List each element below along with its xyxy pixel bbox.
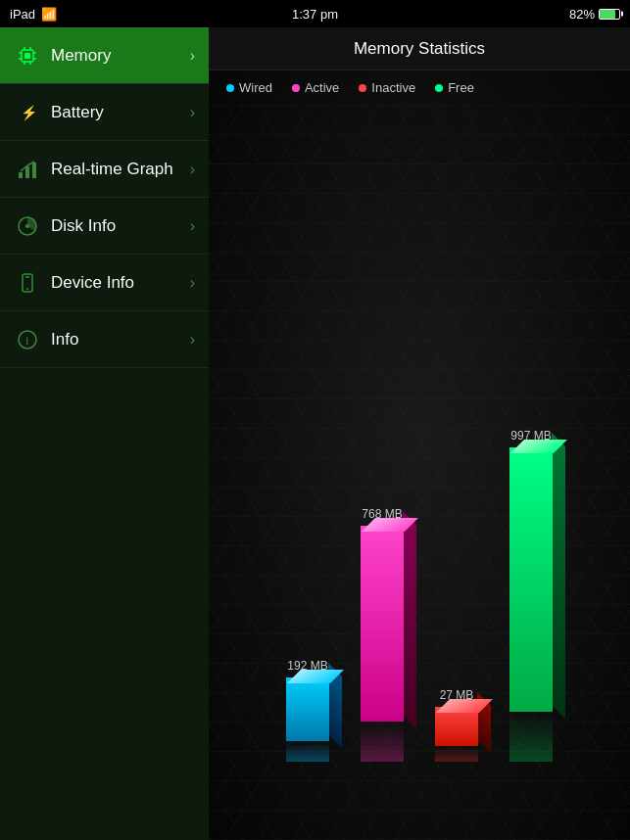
chip-icon: [14, 42, 41, 70]
app-layout: Memory › ⚡ Battery › Real-time Graph: [0, 27, 630, 840]
page-title: Memory Statistics: [354, 39, 485, 59]
chart-legend: Wired Active Inactive Free: [209, 70, 630, 105]
legend-inactive: Inactive: [359, 80, 415, 95]
legend-free: Free: [435, 80, 474, 95]
chevron-right-icon: ›: [190, 104, 195, 121]
battery-indicator: [599, 9, 620, 20]
svg-rect-11: [19, 172, 23, 178]
battery-fill: [600, 10, 615, 19]
wired-dot: [226, 84, 234, 92]
status-bar: iPad 📶 1:37 pm 82%: [0, 0, 630, 27]
free-dot: [435, 84, 443, 92]
chevron-right-icon: ›: [190, 217, 195, 235]
chevron-right-icon: ›: [190, 274, 195, 292]
svg-text:⚡: ⚡: [21, 105, 38, 121]
svg-rect-13: [32, 163, 36, 178]
sidebar-item-disk-info[interactable]: Disk Info ›: [0, 198, 209, 255]
battery-percent: 82%: [569, 7, 595, 22]
active-bar-group: 768 MB: [361, 507, 404, 762]
realtime-graph-label: Real-time Graph: [51, 160, 190, 179]
inactive-bar-group: 27 MB: [435, 688, 478, 762]
wired-bar-front: [286, 677, 329, 741]
chevron-right-icon: ›: [190, 47, 195, 65]
svg-rect-1: [24, 53, 30, 59]
sidebar-item-realtime-graph[interactable]: Real-time Graph ›: [0, 141, 209, 198]
device-icon: [14, 269, 41, 297]
active-bar-right: [403, 511, 416, 728]
free-bar-body: [509, 447, 553, 712]
active-bar-front: [361, 526, 404, 722]
svg-rect-12: [25, 166, 29, 178]
free-bar-right: [552, 433, 565, 719]
title-bar: Memory Statistics: [209, 27, 630, 70]
svg-point-18: [26, 288, 28, 290]
wired-bar-body: [286, 677, 329, 741]
inactive-dot: [359, 84, 366, 92]
chevron-right-icon: ›: [190, 161, 195, 178]
disk-icon: [14, 212, 41, 240]
free-bar-reflection: [509, 713, 553, 762]
bars-container: 192 MB 768 MB: [270, 429, 568, 762]
inactive-label: Inactive: [371, 80, 415, 95]
free-label: Free: [448, 80, 474, 95]
sidebar: Memory › ⚡ Battery › Real-time Graph: [0, 27, 209, 840]
active-bar-reflection: [361, 723, 404, 762]
inactive-bar-body: [435, 707, 478, 746]
memory-label: Memory: [51, 46, 190, 66]
disk-info-label: Disk Info: [51, 216, 190, 236]
wired-bar-reflection: [286, 742, 329, 762]
chart-area: 192 MB 768 MB: [209, 105, 630, 840]
svg-point-15: [25, 224, 29, 228]
device-name: iPad: [10, 7, 35, 22]
active-label: Active: [305, 80, 339, 95]
inactive-bar-reflection: [435, 747, 478, 762]
inactive-bar-front: [435, 707, 478, 746]
status-time: 1:37 pm: [292, 7, 338, 22]
info-label: Info: [51, 330, 190, 350]
svg-text:i: i: [25, 333, 29, 348]
graph-icon: [14, 156, 41, 183]
sidebar-item-memory[interactable]: Memory ›: [0, 27, 209, 84]
main-content: Memory Statistics Wired Active Inactive …: [209, 27, 630, 840]
legend-active: Active: [292, 80, 339, 95]
free-bar-front: [509, 447, 553, 712]
free-bar-group: 997 MB: [509, 429, 553, 762]
legend-wired: Wired: [226, 80, 272, 95]
active-bar-body: [361, 526, 404, 722]
chevron-right-icon: ›: [190, 331, 195, 349]
battery-label: Battery: [51, 103, 190, 122]
device-info-label: Device Info: [51, 273, 190, 293]
sidebar-item-battery[interactable]: ⚡ Battery ›: [0, 84, 209, 141]
wifi-icon: 📶: [41, 7, 57, 22]
battery-icon: ⚡: [14, 99, 41, 126]
sidebar-item-info[interactable]: i Info ›: [0, 311, 209, 368]
active-dot: [292, 84, 300, 92]
wired-bar-group: 192 MB: [286, 659, 329, 762]
info-icon: i: [14, 326, 41, 353]
wired-label: Wired: [239, 80, 272, 95]
sidebar-item-device-info[interactable]: Device Info ›: [0, 255, 209, 311]
